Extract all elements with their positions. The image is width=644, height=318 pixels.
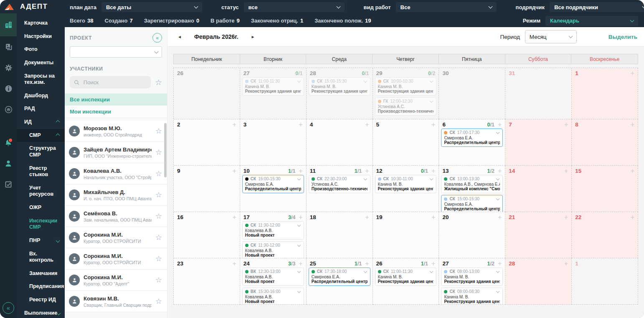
event-card[interactable]: СК11:30-12:00Ковалева А.В.Новый проект	[242, 241, 304, 258]
quick-filter[interactable]: Все инспекции	[65, 93, 167, 106]
event-card[interactable]: ГК12:00-12:30Устинова А.С.Производственн…	[375, 97, 437, 116]
sidebar-item[interactable]: Реестр ИД	[17, 293, 65, 307]
sidebar-item[interactable]: РАД	[17, 102, 65, 116]
project-select[interactable]	[70, 46, 162, 58]
add-event-button[interactable]: +	[631, 122, 634, 127]
add-event-button[interactable]: +	[564, 261, 568, 266]
event-card[interactable]: СК08:00-08:30Канина М. В.Реконструкция з…	[441, 288, 503, 305]
add-event-button[interactable]: +	[365, 215, 369, 220]
filter-select-contractor[interactable]: Все подрядчики	[550, 2, 644, 12]
add-event-button[interactable]: +	[631, 71, 634, 76]
event-card[interactable]: СК10:30-11:00Канина М. В.Реконструкция з…	[375, 175, 437, 193]
event-card[interactable]: СК08:00-13:00Канина М. В.Реконструкция з…	[441, 268, 503, 286]
favorites-star-icon[interactable]: ☆	[155, 78, 162, 86]
add-event-button[interactable]: +	[564, 122, 568, 127]
filter-select-work-type[interactable]: Все	[396, 2, 497, 12]
add-event-button[interactable]: +	[431, 122, 435, 127]
user-icon[interactable]	[0, 153, 17, 174]
tasks-icon[interactable]	[0, 174, 17, 195]
quick-filter[interactable]: Мои инспекции	[65, 106, 167, 118]
event-card[interactable]: СК11:00-11:30Канина М. В.Реконструкция з…	[242, 77, 304, 96]
sidebar-item[interactable]: Запросы на тех.изм.	[17, 70, 65, 89]
next-month-button[interactable]: ▸	[248, 34, 259, 40]
sidebar-item[interactable]: Карточка	[17, 17, 65, 30]
event-card[interactable]: СК11:00-11:30Канина М. В.Реконструкция з…	[375, 268, 437, 286]
participant-row[interactable]: Ковязин М.В.Сварщик, Главный Сварщик под…	[65, 291, 167, 312]
sidebar-item[interactable]: Замечания	[17, 267, 65, 280]
add-event-button[interactable]: +	[431, 215, 435, 220]
participant-row[interactable]: Семёнова В.Зам. начальника, ООО ПМЦ Аван…	[65, 206, 167, 227]
select-mode-link[interactable]: Выделить	[609, 34, 637, 40]
add-event-button[interactable]: +	[631, 215, 634, 220]
sidebar-item[interactable]: Выполнение	[17, 307, 65, 318]
prev-month-button[interactable]: ◂	[174, 34, 185, 40]
gear-icon[interactable]	[0, 57, 17, 78]
sidebar-item[interactable]: ОЖР	[17, 201, 65, 215]
filter-select-status[interactable]: все	[244, 2, 345, 12]
participant-row[interactable]: Сорокина М.И.Куратор, ООО СТРОЙСИТИ☆	[65, 227, 167, 248]
participant-row[interactable]: Михайлычев Д.И. о. нач. ПТО, ООО ПМЦ Ава…	[65, 184, 167, 206]
sidebar-item[interactable]: СМР	[17, 129, 65, 142]
event-card[interactable]: СК15:00-15:30Смирнова Е.А.Распределитель…	[441, 195, 503, 212]
favorite-star-icon[interactable]: ☆	[155, 275, 162, 285]
add-event-button[interactable]: +	[299, 215, 302, 220]
participant-row[interactable]: Морозов М.Ю.инженер, ООО Стройподряд☆	[65, 121, 167, 142]
add-event-button[interactable]: +	[365, 122, 369, 127]
info-icon[interactable]	[0, 78, 17, 99]
mode-select[interactable]: Календарь	[545, 16, 638, 26]
sidebar-item[interactable]: Фото	[17, 43, 65, 56]
add-event-button[interactable]: +	[564, 169, 568, 174]
list-scrollbar[interactable]	[164, 123, 167, 177]
event-card[interactable]: СК13:00-13:30Ковалева А.В., Смирнова Е.А…	[441, 175, 503, 193]
event-card[interactable]: СК15:00-15:30Канина М. В.Реконструкция з…	[309, 77, 370, 96]
add-event-button[interactable]: +	[233, 122, 236, 127]
event-card[interactable]: ВК15:30-16:00Ковалева А.В.Новый проект	[242, 288, 304, 305]
add-event-button[interactable]: +	[431, 169, 435, 174]
favorite-star-icon[interactable]: ☆	[155, 233, 162, 242]
favorite-star-icon[interactable]: ☆	[155, 254, 162, 263]
event-card[interactable]: СК22:30-23:00Устинова А.С.Производственн…	[309, 175, 370, 193]
sidebar-item[interactable]: Дашборд	[17, 89, 65, 103]
sidebar-item[interactable]: ПНР	[17, 234, 65, 247]
add-event-button[interactable]: +	[299, 122, 302, 127]
add-event-button[interactable]: +	[299, 169, 302, 174]
add-event-button[interactable]: +	[498, 122, 502, 127]
participant-row[interactable]: Сорокина М.И.Куратор, ООО СТРОЙСИТИ☆	[65, 248, 167, 270]
period-select[interactable]: Месяц	[525, 30, 577, 43]
sidebar-item[interactable]: Вх. контроль	[17, 247, 65, 267]
add-event-button[interactable]: +	[365, 261, 369, 266]
sidebar-item[interactable]: Структура СМР	[17, 142, 65, 162]
search-input[interactable]	[83, 79, 147, 86]
add-event-button[interactable]: +	[498, 215, 502, 220]
event-card[interactable]: СК11:30-12:00Ковалева А.В.Новый проект	[242, 221, 304, 240]
sidebar-item[interactable]: Документы	[17, 56, 65, 70]
event-card[interactable]: ВК12:30-13:00Ковалева А.В.Новый проект	[242, 268, 304, 286]
sidebar-item[interactable]: ИД	[17, 116, 65, 129]
favorite-star-icon[interactable]: ☆	[155, 297, 162, 306]
add-event-button[interactable]: +	[233, 261, 236, 266]
add-event-button[interactable]: +	[631, 169, 634, 174]
add-event-button[interactable]: +	[498, 169, 502, 174]
sidebar-item[interactable]: Настройки	[17, 30, 65, 43]
event-card[interactable]: СК10:00-10:30Канина М. В.Реконструкция з…	[375, 77, 437, 96]
add-event-button[interactable]: +	[564, 215, 568, 220]
event-card[interactable]: СК17:00-17:30Смирнова Е.А.Распределитель…	[441, 129, 503, 147]
add-event-button[interactable]: +	[233, 169, 236, 174]
sidebar-item[interactable]: Учет ресурсов	[17, 182, 65, 201]
building-icon[interactable]	[0, 13, 17, 36]
bell-icon[interactable]	[0, 132, 17, 153]
add-event-button[interactable]: +	[365, 169, 369, 174]
favorite-star-icon[interactable]: ☆	[155, 212, 162, 221]
event-card[interactable]: СК15:00-15:30Смирнова Е.А.Распределитель…	[242, 175, 304, 193]
add-event-button[interactable]: +	[233, 215, 236, 220]
add-event-button[interactable]: +	[498, 261, 502, 266]
participant-row[interactable]: Ковалева А.В.Начальник участка, ООО "Стр…	[65, 163, 167, 184]
sidebar-item[interactable]: Предписания	[17, 280, 65, 293]
favorite-star-icon[interactable]: ☆	[155, 126, 162, 136]
sidebar-item[interactable]: Инспекции СМР	[17, 215, 65, 234]
favorite-star-icon[interactable]: ☆	[155, 190, 162, 199]
documents-photo-icon[interactable]	[0, 36, 17, 57]
collapse-sidebar-button[interactable]: «	[3, 302, 14, 314]
event-card[interactable]: СК17:30-18:00Смирнова Е.А.Распределитель…	[309, 268, 370, 286]
collapse-panel-button[interactable]: «	[152, 33, 162, 43]
